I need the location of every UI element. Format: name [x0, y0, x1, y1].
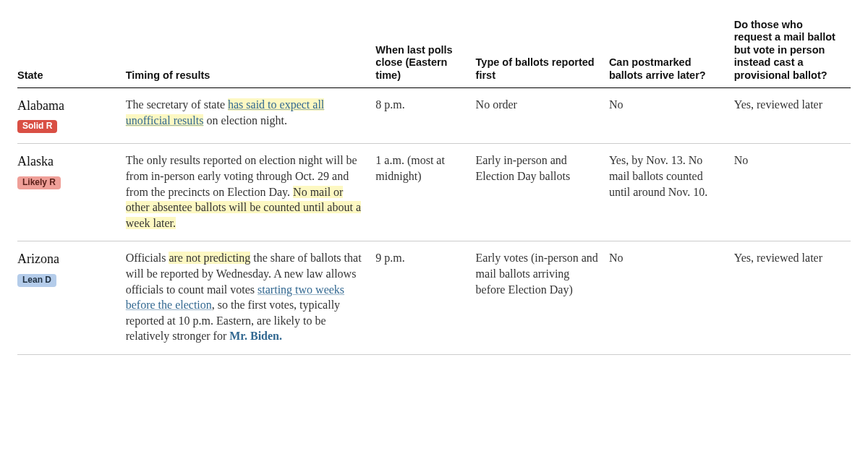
cell-state: Alaska Likely R: [17, 144, 126, 241]
cell-postmarked: No: [609, 87, 734, 143]
cell-polls-close: 8 p.m.: [375, 87, 475, 143]
cell-timing: The secretary of state has said to expec…: [126, 87, 376, 143]
timing-person-link[interactable]: Mr. Biden.: [229, 330, 282, 342]
cell-timing: The only results reported on election ni…: [126, 144, 376, 241]
timing-text: Officials: [126, 252, 169, 264]
timing-text: The secretary of state: [126, 98, 228, 111]
table-row: Arizona Lean D Officials are not predict…: [17, 241, 851, 355]
results-timing-table: State Timing of results When last polls …: [17, 14, 851, 355]
rating-badge: Likely R: [17, 176, 61, 189]
cell-ballots-first: Early votes (in-person and mail ballots …: [476, 241, 609, 355]
header-ballots-first: Type of ballots reported first: [476, 14, 609, 87]
cell-polls-close: 1 a.m. (most at midnight): [375, 144, 475, 241]
header-postmarked: Can postmarked ballots arrive later?: [609, 14, 734, 87]
timing-highlight: are not predicting: [169, 252, 250, 264]
table-row: Alaska Likely R The only results reporte…: [17, 144, 851, 241]
table-header-row: State Timing of results When last polls …: [17, 14, 851, 87]
header-polls-close: When last polls close (Eastern time): [375, 14, 475, 87]
timing-text: on election night.: [203, 114, 287, 127]
header-timing: Timing of results: [126, 14, 376, 87]
cell-polls-close: 9 p.m.: [375, 241, 475, 355]
cell-ballots-first: Early in-person and Election Day ballots: [476, 144, 609, 241]
cell-postmarked: Yes, by Nov. 13. No mail ballots counted…: [609, 144, 734, 241]
state-name: Arizona: [17, 250, 116, 267]
cell-state: Alabama Solid R: [17, 87, 126, 143]
header-state: State: [17, 14, 126, 87]
header-provisional: Do those who request a mail ballot but v…: [734, 14, 851, 87]
cell-provisional: No: [734, 144, 851, 241]
table-row: Alabama Solid R The secretary of state h…: [17, 87, 851, 143]
state-name: Alabama: [17, 97, 116, 114]
state-name: Alaska: [17, 153, 116, 170]
cell-provisional: Yes, reviewed later: [734, 87, 851, 143]
cell-postmarked: No: [609, 241, 734, 355]
cell-ballots-first: No order: [476, 87, 609, 143]
cell-state: Arizona Lean D: [17, 241, 126, 355]
rating-badge: Lean D: [17, 274, 56, 287]
cell-provisional: Yes, reviewed later: [734, 241, 851, 355]
cell-timing: Officials are not predicting the share o…: [126, 241, 376, 355]
rating-badge: Solid R: [17, 120, 57, 133]
